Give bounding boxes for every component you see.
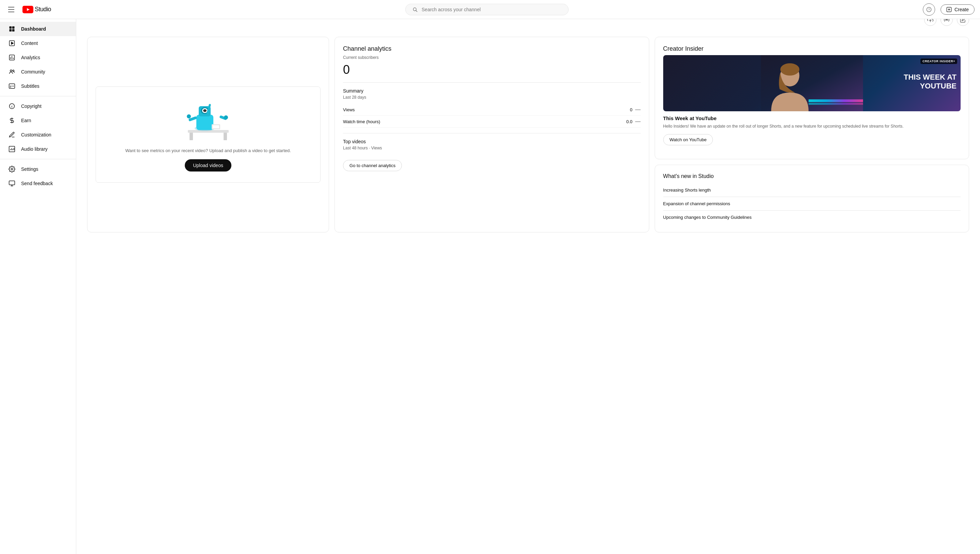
create-button[interactable]: Create xyxy=(940,5,975,14)
watch-on-youtube-button[interactable]: Watch on YouTube xyxy=(663,134,713,145)
search-icon xyxy=(412,7,417,12)
upload-videos-button[interactable]: Upload videos xyxy=(185,159,231,172)
whats-new-list: Increasing Shorts lengthExpansion of cha… xyxy=(663,183,961,224)
customization-icon xyxy=(8,131,16,138)
subscribers-label: Current subscribers xyxy=(343,55,640,60)
sidebar-item-label: Analytics xyxy=(21,55,40,60)
sidebar-item-community[interactable]: Community xyxy=(0,65,76,79)
views-value: 0 — xyxy=(630,107,640,113)
search-bar xyxy=(405,4,569,15)
whats-new-item[interactable]: Upcoming changes to Community Guidelines xyxy=(663,211,961,224)
whats-new-title: What's new in Studio xyxy=(663,173,961,179)
svg-marker-14 xyxy=(11,42,13,45)
svg-text:?: ? xyxy=(928,8,930,11)
sidebar-item-label: Content xyxy=(21,40,38,46)
cards-row: Want to see metrics on your recent video… xyxy=(87,37,969,232)
sidebar-item-settings[interactable]: Settings xyxy=(0,162,76,176)
header: Studio ? Create xyxy=(0,0,980,19)
sidebar-item-analytics[interactable]: Analytics xyxy=(0,50,76,65)
sidebar-item-dashboard[interactable]: Dashboard xyxy=(0,22,76,36)
analytics-card-title: Channel analytics xyxy=(343,45,640,53)
send-feedback-icon xyxy=(8,180,16,187)
creator-video-desc: Hello Insiders! We have an update on the… xyxy=(663,123,961,129)
channel-analytics-button[interactable]: Go to channel analytics xyxy=(343,160,402,171)
sidebar-item-content[interactable]: Content xyxy=(0,36,76,50)
summary-period: Last 28 days xyxy=(343,95,640,100)
svg-rect-50 xyxy=(213,125,219,128)
svg-rect-9 xyxy=(10,27,12,29)
svg-point-59 xyxy=(780,63,799,76)
watchtime-label: Watch time (hours) xyxy=(343,119,380,124)
audio-library-icon xyxy=(8,145,16,153)
sidebar-item-audio-library[interactable]: Audio library xyxy=(0,142,76,156)
logo[interactable]: Studio xyxy=(22,6,51,13)
sidebar-item-customization[interactable]: Customization xyxy=(0,127,76,142)
sidebar-divider-2 xyxy=(0,159,76,159)
whats-new-item[interactable]: Increasing Shorts length xyxy=(663,183,961,197)
svg-point-33 xyxy=(11,169,13,170)
community-icon xyxy=(8,68,16,76)
sidebar-item-label: Settings xyxy=(21,166,38,172)
metric-row-watchtime: Watch time (hours) 0.0 — xyxy=(343,116,640,127)
divider-2 xyxy=(343,133,640,134)
svg-rect-21 xyxy=(9,84,15,88)
subscribers-value: 0 xyxy=(343,63,640,77)
top-videos-section: Top videos Last 48 hours · Views xyxy=(343,139,640,150)
search-input[interactable] xyxy=(422,7,562,12)
svg-point-19 xyxy=(10,70,12,72)
svg-rect-41 xyxy=(224,133,227,140)
help-button[interactable]: ? xyxy=(923,3,935,16)
whats-new-card: What's new in Studio Increasing Shorts l… xyxy=(655,165,969,232)
creator-video-title: This Week at YouTube xyxy=(663,115,961,121)
svg-point-20 xyxy=(13,70,14,72)
svg-line-3 xyxy=(416,10,417,11)
sidebar-item-label: Subtitles xyxy=(21,83,40,89)
upload-illustration xyxy=(181,98,235,142)
main-content: Channel dashboard xyxy=(76,0,980,243)
svg-rect-12 xyxy=(12,29,14,32)
sidebar-item-send-feedback[interactable]: Send feedback xyxy=(0,176,76,191)
svg-point-38 xyxy=(946,19,947,21)
copyright-icon: c xyxy=(8,102,16,110)
sidebar-item-label: Customization xyxy=(21,132,51,137)
creator-insider-title: Creator Insider xyxy=(663,45,961,53)
svg-rect-43 xyxy=(196,115,213,130)
create-label: Create xyxy=(955,7,969,12)
creator-insider-card: Creator Insider xyxy=(655,37,969,159)
sidebar-divider xyxy=(0,96,76,96)
summary-title: Summary xyxy=(343,88,640,94)
sidebar-item-subtitles[interactable]: Subtitles xyxy=(0,79,76,93)
earn-icon xyxy=(8,117,16,124)
menu-toggle[interactable] xyxy=(5,4,17,15)
views-dash: — xyxy=(635,107,641,113)
analytics-card: Channel analytics Current subscribers 0 … xyxy=(334,37,649,232)
sidebar-item-label: Send feedback xyxy=(21,181,53,186)
creator-thumb-text: THIS WEEK ATYOUTUBE xyxy=(904,72,956,94)
top-videos-period: Last 48 hours · Views xyxy=(343,146,640,150)
sidebar-item-label: Earn xyxy=(21,118,31,123)
watchtime-dash: — xyxy=(635,118,641,124)
whats-new-item[interactable]: Expansion of channel permissions xyxy=(663,197,961,211)
svg-point-54 xyxy=(224,115,228,119)
svg-rect-34 xyxy=(9,181,15,185)
sidebar-item-label: Dashboard xyxy=(21,26,46,32)
sidebar-item-earn[interactable]: Earn xyxy=(0,113,76,127)
right-column: Creator Insider xyxy=(655,37,969,232)
upload-description: Want to see metrics on your recent video… xyxy=(125,147,291,154)
svg-point-53 xyxy=(187,115,191,118)
sidebar-item-label: Audio library xyxy=(21,146,48,152)
watchtime-value: 0.0 — xyxy=(626,118,640,124)
sidebar-item-label: Community xyxy=(21,69,45,75)
upload-card-inner: Want to see metrics on your recent video… xyxy=(95,86,321,183)
sidebar-item-label: Copyright xyxy=(21,103,41,109)
creator-thumbnail: CREATOR INSIDER+ THIS WEEK ATYOUTUBE xyxy=(663,55,961,111)
youtube-logo-icon xyxy=(22,6,33,13)
sidebar-item-copyright[interactable]: c Copyright xyxy=(0,99,76,113)
content-icon xyxy=(8,40,16,47)
settings-icon xyxy=(8,166,16,173)
upload-card: Want to see metrics on your recent video… xyxy=(87,37,329,232)
sidebar: Dashboard Content Analytics Community Su… xyxy=(0,19,76,554)
creator-badge: CREATOR INSIDER+ xyxy=(920,59,957,64)
svg-rect-11 xyxy=(10,29,12,32)
svg-rect-10 xyxy=(12,27,14,29)
